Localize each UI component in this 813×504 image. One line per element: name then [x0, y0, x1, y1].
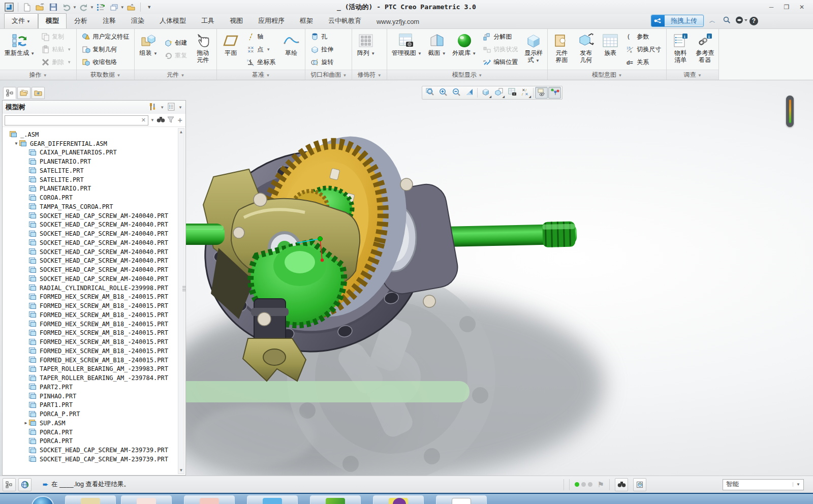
tree-item[interactable]: RADIAL_CYLINDRICAL_ROLLE-239998.PRT	[4, 284, 177, 293]
selection-filter-combobox[interactable]: 智能 ▼	[723, 479, 804, 490]
start-button[interactable]	[32, 496, 54, 504]
tree-item[interactable]: TAPER_ROLLER_BEARING_AM_-239784.PRT	[4, 373, 177, 383]
account-menu-icon[interactable]	[735, 16, 746, 25]
group-label-基准[interactable]: 基准 ▼	[217, 70, 305, 80]
tree-item[interactable]: PORCA.PRT	[4, 428, 177, 437]
zoom-in-button[interactable]	[436, 87, 449, 99]
folder-browser-tab[interactable]	[17, 87, 30, 99]
toggle-browser-button[interactable]	[18, 478, 32, 491]
ribbon-button-平面[interactable]: 平面	[219, 30, 242, 69]
tree-item[interactable]: SOCKET_HEAD_CAP_SCREW_AM-240040.PRT	[4, 211, 177, 220]
tree-item[interactable]: PART1.PRT	[4, 401, 177, 410]
select-box-button[interactable]	[633, 478, 646, 491]
taskbar-item[interactable]	[310, 495, 361, 504]
ribbon-button-孔[interactable]: 孔	[308, 30, 335, 43]
annotation-display-button[interactable]	[535, 87, 548, 99]
tree-item[interactable]: SOCKET_HEAD_CAP_SCREW_AM-239739.PRT	[4, 455, 177, 464]
ribbon-button-轴[interactable]: 轴	[244, 30, 277, 43]
tree-item[interactable]: TAMPA_TRAS_COROA.PRT	[4, 202, 177, 211]
collapse-ribbon-icon[interactable]: ︿	[707, 16, 718, 25]
ribbon-button-复制几何[interactable]: 复制几何	[80, 43, 131, 55]
tree-item[interactable]: SOCKET_HEAD_CAP_SCREW_AM-240040.PRT	[4, 229, 177, 238]
tree-item[interactable]: ▶ SUP.ASM	[4, 419, 177, 428]
tree-item[interactable]: PINHAO.PRT	[4, 392, 177, 401]
taskbar-item[interactable]	[184, 495, 235, 504]
ribbon-button-参考查看器[interactable]: i 参考查 看器	[693, 30, 716, 69]
tree-item[interactable]: FORMED_HEX_SCREW_AM_B18_-240015.PRT	[4, 320, 177, 329]
tree-item[interactable]: SOCKET_HEAD_CAP_SCREW_AM-240040.PRT	[4, 238, 177, 247]
taskbar-item[interactable]	[65, 495, 116, 504]
ribbon-button-坐标系[interactable]: yx 坐标系	[244, 56, 277, 68]
ribbon-button-编辑位置[interactable]: ⇄ 编辑位置	[481, 56, 520, 68]
tree-item[interactable]: SOCKET_HEAD_CAP_SCREW_AM-240040.PRT	[4, 265, 177, 274]
display-style-button[interactable]: ◢	[479, 87, 492, 99]
tree-item[interactable]: FORMED_HEX_SCREW_AM_B18_-240015.PRT	[4, 293, 177, 302]
undo-icon-caret[interactable]: ▼	[73, 5, 77, 10]
tree-item[interactable]: PORCA_P.PRT	[4, 410, 177, 419]
tree-item[interactable]: PLANETARIO.PRT	[4, 157, 177, 166]
tree-display-caret-icon[interactable]: ▼	[178, 105, 182, 110]
tab-5[interactable]: 工具	[194, 13, 222, 28]
ribbon-button-删除[interactable]: 删除▼	[39, 56, 73, 68]
tree-item[interactable]: SATELITE.PRT	[4, 175, 177, 184]
group-label-调查[interactable]: 调查 ▼	[667, 70, 718, 80]
ribbon-button-阵列[interactable]: 阵列 ▼	[354, 30, 378, 69]
ribbon-button-用户定义特征[interactable]: 用户定义特征	[80, 30, 131, 43]
filter-funnel-icon[interactable]	[167, 116, 174, 124]
expand-open-icon[interactable]: ▼	[13, 141, 19, 146]
tab-4[interactable]: 人体模型	[152, 13, 194, 28]
tree-item[interactable]: FORMED_HEX_SCREW_AM_B18_-240015.PRT	[4, 310, 177, 320]
scroll-up-icon[interactable]: ▲	[178, 129, 184, 135]
tree-item[interactable]: SATELITE.PRT	[4, 166, 177, 175]
tree-item[interactable]: PART2.PRT	[4, 383, 177, 392]
tab-10[interactable]: www.yzfjy.com	[369, 15, 427, 28]
tab-8[interactable]: 框架	[292, 13, 321, 28]
tab-0[interactable]: 模型	[38, 13, 67, 28]
ribbon-button-切换尺寸[interactable]: 15x 切换尺寸	[624, 43, 663, 55]
restore-button[interactable]: ❐	[783, 4, 791, 11]
model-tree-tab[interactable]	[3, 87, 16, 99]
ribbon-button-分解图[interactable]: 分解图	[481, 30, 520, 43]
ribbon-button-重新生成[interactable]: 重新生成 ▼	[2, 30, 37, 69]
window-switch-icon-caret[interactable]: ▼	[120, 5, 124, 10]
tree-display-icon[interactable]	[167, 103, 175, 112]
cloud-upload-button[interactable]: 拖拽上传	[651, 15, 704, 27]
group-label-获取数据[interactable]: 获取数据 ▼	[77, 70, 134, 80]
ribbon-button-拉伸[interactable]: 拉伸	[308, 43, 335, 55]
clear-search-icon[interactable]: ✕	[141, 117, 146, 123]
view-manager-button[interactable]	[506, 87, 518, 99]
group-label-切口和曲面[interactable]: 切口和曲面 ▼	[305, 70, 352, 80]
group-label-操作[interactable]: 操作 ▼	[0, 70, 76, 80]
minimize-button[interactable]: ─	[767, 4, 775, 11]
tab-file[interactable]: 文件▼	[4, 13, 38, 28]
ribbon-button-发布几何[interactable]: 发布 几何	[574, 30, 598, 69]
favorites-tab[interactable]: ✳	[32, 87, 45, 99]
tab-1[interactable]: 分析	[67, 13, 95, 28]
tab-9[interactable]: 云中帆教育	[321, 13, 369, 28]
ribbon-button-草绘[interactable]: 草绘	[279, 30, 303, 69]
tree-item[interactable]: SOCKET_HEAD_CAP_SCREW_AM-240040.PRT	[4, 274, 177, 284]
expand-closed-icon[interactable]: ▶	[23, 421, 29, 425]
windows-taskbar[interactable]	[0, 493, 813, 504]
tree-item[interactable]: PORCA.PRT	[4, 437, 177, 446]
saved-orientations-button[interactable]: ◢	[492, 87, 505, 99]
tree-search-input[interactable]	[7, 117, 141, 124]
datum-display-button[interactable]: ✕//✕◢	[519, 87, 531, 99]
undo-icon[interactable]	[60, 2, 73, 13]
taskbar-item[interactable]	[121, 495, 172, 504]
ribbon-button-粘贴[interactable]: 粘贴▼	[39, 43, 73, 55]
group-label-元件[interactable]: 元件 ▼	[135, 70, 216, 80]
ribbon-button-截面[interactable]: 截面 ▼	[425, 30, 449, 69]
tab-2[interactable]: 注释	[95, 13, 123, 28]
ribbon-button-收缩包络[interactable]: 收缩包络	[80, 56, 131, 68]
tab-3[interactable]: 渲染	[123, 13, 152, 28]
refit-button[interactable]	[423, 87, 436, 99]
tree-search-box[interactable]: ✕	[5, 115, 148, 125]
tree-item[interactable]: TAPER_ROLLER_BEARING_AM_-239983.PRT	[4, 365, 177, 374]
ribbon-button-管理视图[interactable]: 管理视图 ▼	[389, 30, 424, 69]
customize-caret-icon[interactable]: ▼	[143, 2, 155, 13]
view-speed-widget[interactable]	[786, 96, 794, 127]
new-file-icon[interactable]	[21, 2, 33, 13]
open-folder-icon[interactable]	[34, 2, 46, 13]
tab-6[interactable]: 视图	[222, 13, 251, 28]
